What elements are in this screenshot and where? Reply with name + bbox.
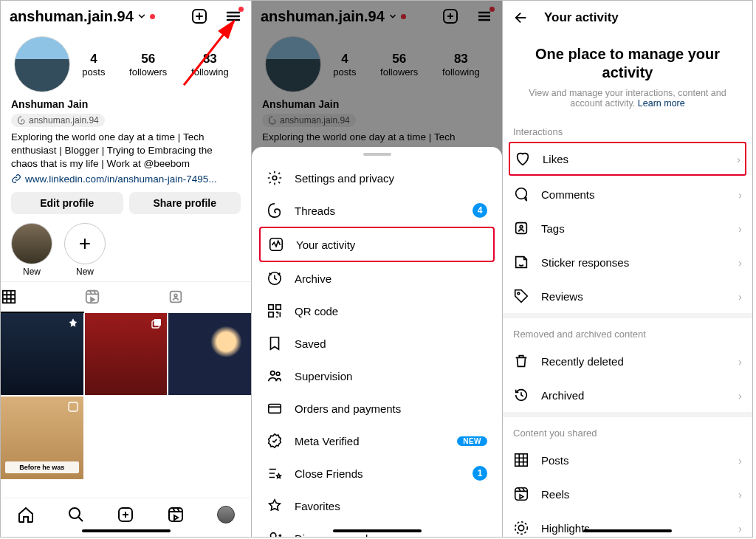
edit-profile-button[interactable]: Edit profile [11, 192, 123, 214]
verified-icon [267, 433, 283, 449]
panel-your-activity: Your activity One place to manage your a… [502, 0, 753, 538]
item-comments[interactable]: Comments› [503, 177, 752, 211]
svg-point-5 [174, 294, 177, 297]
item-sticker-responses[interactable]: Sticker responses› [503, 245, 752, 279]
post-thumbnail[interactable]: Before he was [1, 396, 83, 479]
svg-rect-17 [276, 305, 281, 309]
back-button[interactable] [513, 10, 529, 26]
avatar-icon [217, 506, 235, 523]
menu-supervision[interactable]: Supervision [252, 360, 502, 392]
menu-favorites[interactable]: Favorites [252, 490, 502, 522]
chevron-right-icon: › [738, 222, 742, 235]
menu-archive[interactable]: Archive [252, 262, 502, 295]
nav-home[interactable] [17, 506, 35, 523]
stat-posts[interactable]: 4posts [82, 52, 105, 78]
bio-text: Exploring the world one day at a time | … [1, 129, 251, 173]
item-recently-deleted[interactable]: Recently deleted› [503, 344, 752, 378]
nav-search[interactable] [67, 506, 85, 523]
menu-meta-verified[interactable]: Meta VerifiedNEW [252, 425, 502, 457]
bio-link[interactable]: www.linkedin.com/in/anshuman-jain-7495..… [1, 173, 251, 189]
activity-icon [268, 236, 284, 253]
nav-reels[interactable] [167, 506, 185, 523]
highlight-your-activity: Your activity [259, 227, 495, 262]
nav-profile[interactable] [217, 506, 235, 523]
carousel-icon [151, 317, 162, 329]
svg-rect-27 [515, 454, 528, 467]
item-reviews[interactable]: Reviews› [503, 279, 752, 313]
item-highlights[interactable]: Highlights› [503, 511, 752, 538]
grid-icon [513, 452, 529, 468]
tab-tagged[interactable] [168, 282, 251, 313]
svg-point-20 [276, 372, 280, 376]
home-indicator [333, 529, 422, 532]
menu-orders[interactable]: Orders and payments [252, 392, 502, 425]
profile-avatar[interactable] [14, 36, 70, 92]
history-icon [513, 387, 529, 403]
highlight-story[interactable]: New [11, 223, 52, 277]
menu-threads[interactable]: Threads4 [252, 194, 502, 227]
reels-icon [513, 486, 529, 502]
username-dropdown[interactable]: anshuman.jain.94 [10, 8, 155, 25]
svg-rect-8 [69, 402, 78, 411]
star-icon [267, 498, 283, 514]
item-likes[interactable]: Likes› [510, 143, 745, 174]
learn-more-link[interactable]: Learn more [638, 98, 685, 109]
item-reels[interactable]: Reels› [503, 477, 752, 511]
svg-point-26 [518, 292, 520, 295]
home-indicator [82, 529, 171, 532]
plus-icon: + [79, 233, 91, 254]
tab-grid[interactable] [1, 282, 84, 313]
stat-following[interactable]: 83following [191, 52, 229, 78]
chevron-right-icon: › [738, 454, 742, 467]
chevron-right-icon: › [738, 256, 742, 269]
svg-rect-2 [3, 290, 16, 303]
bookmark-icon [267, 335, 283, 351]
hero-heading: One place to manage your activity [522, 45, 733, 82]
hamburger-menu-button[interactable] [224, 7, 242, 25]
reel-badge-icon [67, 401, 79, 413]
svg-rect-18 [269, 312, 273, 317]
svg-point-29 [515, 522, 528, 535]
menu-saved[interactable]: Saved [252, 327, 502, 360]
plus-square-icon [190, 7, 208, 25]
home-indicator [583, 529, 672, 532]
trash-icon [513, 353, 529, 369]
pinned-icon [67, 317, 79, 329]
post-thumbnail[interactable] [168, 313, 251, 396]
display-name: Anshuman Jain [1, 97, 251, 111]
menu-settings[interactable]: Settings and privacy [252, 162, 502, 194]
svg-point-9 [69, 508, 80, 518]
post-thumbnail[interactable] [85, 313, 168, 396]
tab-reels[interactable] [84, 282, 168, 313]
gear-icon [267, 170, 283, 186]
svg-point-25 [520, 225, 523, 228]
post-thumbnail[interactable] [1, 313, 83, 396]
menu-close-friends[interactable]: Close Friends1 [252, 457, 502, 490]
create-post-button[interactable] [190, 7, 208, 25]
chevron-right-icon: › [737, 153, 740, 165]
arrow-left-icon [513, 10, 529, 26]
grid-icon [1, 289, 17, 305]
search-icon [67, 506, 85, 523]
item-archived[interactable]: Archived› [503, 378, 752, 412]
item-tags[interactable]: Tags› [503, 211, 752, 245]
svg-point-22 [271, 533, 276, 538]
share-profile-button[interactable]: Share profile [129, 192, 241, 214]
highlights-icon [513, 520, 529, 536]
nav-create[interactable] [117, 506, 134, 523]
page-title: Your activity [544, 10, 619, 25]
stat-followers[interactable]: 56followers [129, 52, 167, 78]
sheet-grabber[interactable] [363, 153, 391, 156]
item-posts[interactable]: Posts› [503, 443, 752, 477]
supervision-icon [267, 368, 283, 384]
card-icon [267, 400, 283, 416]
threads-link[interactable]: anshuman.jain.94 [11, 114, 105, 127]
tagged-icon [168, 289, 184, 305]
chevron-right-icon: › [738, 188, 742, 201]
list-star-icon [267, 465, 283, 481]
link-icon [11, 174, 21, 184]
highlight-add[interactable]: + New [64, 223, 106, 277]
menu-your-activity[interactable]: Your activity [261, 228, 493, 261]
home-icon [17, 506, 35, 523]
menu-qr[interactable]: QR code [252, 295, 502, 327]
